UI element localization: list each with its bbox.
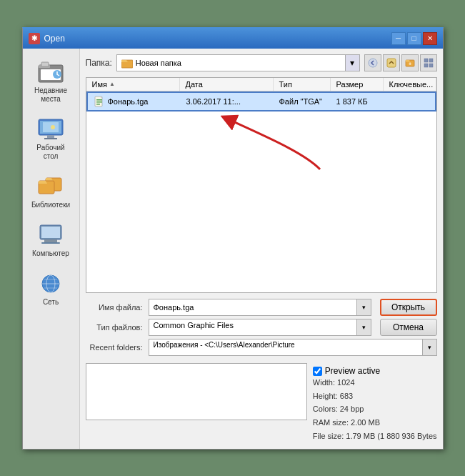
svg-rect-18 [41, 242, 60, 244]
recent-folders-label: Recent folders: [86, 343, 143, 352]
filename-label: Имя файла: [86, 303, 143, 312]
title-buttons: ─ □ ✕ [391, 32, 437, 45]
file-date-cell: 3.06.2017 11:... [181, 96, 274, 107]
open-button[interactable]: Открыть [380, 299, 437, 316]
svg-rect-39 [96, 104, 100, 105]
preview-width: Width: 1024 [313, 376, 437, 390]
filetype-combo[interactable]: Common Graphic Files ▾ [149, 319, 371, 336]
colors-label: Colors: [313, 405, 338, 413]
main-panel: Папка: Новая папка ▾ + [80, 49, 443, 449]
ram-value: 2.00 MB [351, 418, 380, 427]
folder-combo[interactable]: Новая папка ▾ [116, 54, 360, 71]
sort-arrow-name: ▲ [109, 81, 115, 87]
svg-rect-9 [47, 135, 54, 138]
recent-folders-row: Recent folders: Изображения - <C:\Users\… [86, 339, 437, 356]
col-header-keys[interactable]: Ключевые... [384, 78, 436, 91]
file-type-cell: Файл "TGA" [274, 96, 331, 107]
col-header-name[interactable]: Имя ▲ [86, 78, 180, 91]
svg-rect-17 [44, 239, 57, 242]
cancel-action: Отмена [380, 319, 437, 336]
preview-info: Width: 1024 Height: 683 Colors: 24 bpp [313, 376, 437, 442]
sidebar-label-computer: Компьютер [32, 249, 69, 258]
preview-checkbox[interactable] [313, 367, 322, 376]
col-header-type[interactable]: Тип [274, 78, 331, 91]
folder-dropdown-arrow[interactable]: ▾ [345, 55, 359, 71]
preview-filesize: File size: 1.79 MB (1 880 936 Bytes [313, 430, 437, 443]
recent-icon [36, 59, 65, 85]
filetype-label: Тип файлов: [86, 323, 143, 332]
filesize-label: File size: [313, 432, 344, 440]
action-buttons: Открыть [380, 299, 437, 316]
filesize-value: 1.79 MB (1 880 936 Bytes [346, 432, 436, 440]
svg-text:+: + [408, 61, 411, 66]
width-value: 1024 [337, 378, 354, 387]
svg-rect-31 [424, 59, 428, 62]
svg-rect-32 [429, 59, 433, 62]
sidebar-item-desktop[interactable]: Рабочий стол [26, 111, 76, 166]
network-icon [36, 271, 65, 297]
folder-label: Папка: [86, 58, 112, 68]
minimize-button[interactable]: ─ [391, 32, 406, 45]
svg-rect-37 [96, 99, 102, 101]
recent-folders-combo[interactable]: Изображения - <C:\Users\Alexander\Pictur… [149, 339, 437, 356]
ram-label: RAM size: [313, 418, 349, 427]
desktop-icon [36, 116, 65, 142]
sidebar-item-network[interactable]: Сеть [26, 266, 76, 312]
svg-marker-14 [39, 181, 47, 184]
svg-rect-16 [41, 227, 60, 238]
svg-rect-38 [96, 101, 102, 103]
back-button[interactable] [364, 54, 381, 71]
filename-text[interactable] [149, 299, 356, 315]
sidebar-item-recent[interactable]: Недавние места [26, 54, 76, 109]
folder-value: Новая папка [136, 59, 181, 67]
file-keys-cell [383, 100, 435, 103]
title-bar-left: ✱ Open [29, 33, 65, 44]
preview-box [86, 363, 307, 420]
file-list-header: Имя ▲ Дата Тип Размер Ключ [86, 78, 436, 91]
preview-colors: Colors: 24 bpp [313, 402, 437, 416]
close-button[interactable]: ✕ [423, 32, 437, 45]
view-button[interactable] [420, 54, 437, 71]
open-dialog: ✱ Open ─ □ ✕ [22, 27, 444, 450]
new-folder-button[interactable]: + [401, 54, 419, 71]
recent-folders-value: Изображения - <C:\Users\Alexander\Pictur… [149, 339, 422, 355]
filename-row: Имя файла: ▾ Открыть [86, 299, 437, 316]
sidebar-label-libraries: Библиотеки [31, 201, 70, 209]
up-button[interactable] [383, 54, 400, 71]
svg-point-26 [369, 59, 377, 67]
filetype-arrow[interactable]: ▾ [356, 319, 371, 335]
filename-input[interactable]: ▾ [149, 299, 371, 316]
preview-checkbox-row: Preview active [313, 366, 437, 376]
filetype-row: Тип файлов: Common Graphic Files ▾ Отмен… [86, 319, 437, 336]
filetype-value: Common Graphic Files [149, 319, 356, 335]
sidebar-label-network: Сеть [43, 298, 59, 307]
cancel-button[interactable]: Отмена [380, 319, 437, 336]
col-header-date[interactable]: Дата [180, 78, 274, 91]
sidebar-label-desktop: Рабочий стол [29, 144, 73, 161]
preview-ram: RAM size: 2.00 MB [313, 416, 437, 430]
title-bar: ✱ Open ─ □ ✕ [23, 29, 443, 49]
svg-point-8 [51, 125, 55, 129]
preview-height: Height: 683 [313, 390, 437, 403]
preview-details: Preview active Width: 1024 Height: 683 [313, 363, 437, 442]
file-size-cell: 1 837 КБ [331, 96, 383, 107]
col-header-size[interactable]: Размер [331, 78, 384, 91]
sidebar: Недавние места Рабочий стол [23, 49, 80, 449]
file-list[interactable]: Имя ▲ Дата Тип Размер Ключ [86, 77, 437, 294]
file-list-wrap: Имя ▲ Дата Тип Размер Ключ [86, 77, 437, 294]
preview-checkbox-label: Preview active [325, 366, 380, 376]
preview-row: Preview active Width: 1024 Height: 683 [86, 363, 437, 442]
colors-value: 24 bpp [340, 405, 364, 413]
maximize-button[interactable]: □ [407, 32, 421, 45]
file-type-icon [94, 96, 105, 107]
dialog-body: Недавние места Рабочий стол [23, 49, 443, 449]
svg-rect-2 [41, 62, 49, 66]
sidebar-item-libraries[interactable]: Библиотеки [26, 169, 76, 214]
recent-folders-arrow[interactable]: ▾ [422, 339, 436, 355]
filename-arrow[interactable]: ▾ [356, 299, 371, 315]
svg-rect-10 [44, 138, 57, 139]
sidebar-item-computer[interactable]: Компьютер [26, 217, 76, 263]
computer-icon [36, 222, 65, 248]
width-label: Width: [313, 378, 335, 387]
table-row[interactable]: Фонарь.tga 3.06.2017 11:... Файл "TGA" 1… [86, 91, 436, 111]
